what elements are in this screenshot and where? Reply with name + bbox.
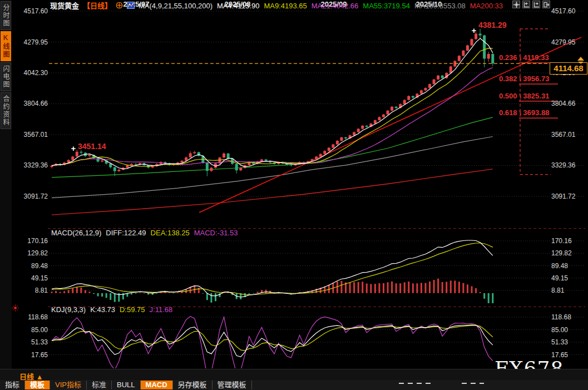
topbar: 现货黄金 【日线】 MA(4,9,21,55,100,200)MA4:4115.…	[0, 0, 588, 11]
ma-readout: MA21:4042.66	[312, 2, 359, 10]
move-icon[interactable]	[512, 1, 520, 8]
compress-left-icon[interactable]	[522, 1, 530, 8]
tab-save-template[interactable]: 另存模板	[173, 381, 213, 389]
ma-readout: MA4:4115.90	[217, 2, 259, 10]
ma-readout: MA9:4193.65	[264, 2, 307, 10]
mini-chart-icon[interactable]	[127, 2, 135, 9]
sidebar: 分时图K线图闪电图合约资料	[0, 0, 12, 369]
x-axis-band: 日线 ▲	[0, 369, 588, 381]
sidebar-item-contract-info[interactable]: 合约资料	[1, 92, 11, 129]
compress-right-icon[interactable]	[532, 1, 540, 8]
sidebar-item-lightning-chart[interactable]: 闪电图	[1, 62, 11, 91]
ma-readout: MA(4,9,21,55,100,200)	[139, 2, 213, 10]
ma-readout: MA55:3719.54	[363, 2, 410, 10]
tab-bull[interactable]: BULL	[112, 381, 141, 389]
tab-manage-template[interactable]: 管理模板	[213, 381, 252, 389]
ma-readout: MA100:3553.08	[414, 2, 466, 10]
window-controls	[512, 1, 550, 8]
period-tag[interactable]: 【日线】	[83, 0, 112, 11]
tab-template[interactable]: 模板	[25, 381, 50, 389]
scroll-to-latest-icon[interactable]	[577, 56, 585, 66]
tab-indicator[interactable]: 指标	[0, 381, 25, 389]
tab-macd[interactable]: MACD	[141, 381, 173, 389]
bottom-toolbar: 指标模板VIP指标标准BULLMACD另存模板管理模板	[0, 380, 588, 390]
ma-readouts: MA(4,9,21,55,100,200)MA4:4115.90MA9:4193…	[139, 1, 507, 11]
indicator-settings-icon[interactable]	[12, 304, 19, 314]
scroll-tick-marks	[399, 383, 433, 384]
tab-vip-indicator[interactable]: VIP指标	[50, 381, 87, 389]
expand-panel-icon[interactable]	[542, 1, 550, 8]
target-icon[interactable]	[116, 2, 123, 9]
sidebar-item-kline-chart[interactable]: K线图	[1, 31, 11, 61]
chart-canvas[interactable]	[0, 0, 588, 390]
symbol-name[interactable]: 现货黄金	[50, 0, 79, 11]
ma-readout: MA200:33	[470, 2, 503, 10]
scroll-tick-marks	[462, 383, 484, 384]
tab-standard[interactable]: 标准	[87, 381, 112, 389]
